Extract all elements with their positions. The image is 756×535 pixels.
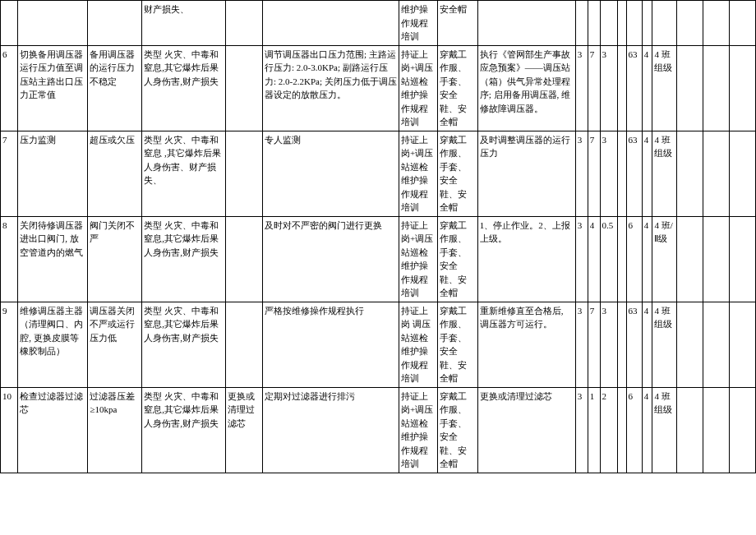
cell: 维护操作规程培训: [399, 1, 437, 46]
cell: 类型 火灾、中毒和窒息,其它爆炸后果 人身伤害,财产损失: [142, 302, 226, 387]
cell: 3: [600, 302, 617, 387]
cell: 4: [642, 45, 652, 131]
cell: 0.5: [600, 216, 617, 302]
cell: 3: [575, 216, 588, 302]
cell: 定期对过滤器进行排污: [263, 387, 399, 473]
cell: 4: [642, 387, 652, 473]
cell: 调压器关闭不严或运行压力低: [88, 302, 142, 387]
cell: 7: [588, 45, 600, 131]
cell: [226, 302, 263, 387]
cell: 穿戴工作服、手套、安全鞋、安全帽: [437, 45, 477, 131]
cell: [588, 1, 600, 46]
cell: [703, 131, 730, 216]
cell: [642, 1, 652, 46]
cell: [703, 302, 730, 387]
cell: 及时对不严密的阀门进行更换: [263, 216, 399, 302]
cell: 持证上岗+调压站巡检维护操作规程培训: [399, 45, 437, 131]
cell: 及时调整调压器的运行压力: [477, 131, 575, 216]
cell: [677, 1, 703, 46]
cell: 类型 火灾、中毒和窒息 ,其它爆炸后果 人身伤害、财产损失、: [142, 131, 226, 216]
cell: 类型 火灾、中毒和窒息,其它爆炸后果 人身伤害,财产损失: [142, 216, 226, 302]
cell: 持证上岗+调压站巡检维护操作规程培训: [399, 216, 437, 302]
cell: 穿戴工作服、手套、安全鞋、安全帽: [437, 387, 477, 473]
cell: 类型 火灾、中毒和窒息,其它爆炸后果 人身伤害,财产损失: [142, 45, 226, 131]
cell: [617, 1, 626, 46]
cell: [703, 387, 730, 473]
table-row: 财产损失、 维护操作规程培训 安全帽: [1, 1, 756, 46]
cell: 3: [575, 131, 588, 216]
cell: 类型 火灾、中毒和窒息,其它爆炸后果 人身伤害,财产损失: [142, 387, 226, 473]
cell: [677, 131, 703, 216]
cell: [88, 1, 142, 46]
cell: [477, 1, 575, 46]
cell: 过滤器压差≥10kpa: [88, 387, 142, 473]
cell: [677, 45, 703, 131]
cell: 3: [575, 302, 588, 387]
cell: 安全帽: [437, 1, 477, 46]
cell: 调节调压器出口压力范围; 主路运行压力: 2.0-3.0KPa; 副路运行压力:…: [263, 45, 399, 131]
cell: 财产损失、: [142, 1, 226, 46]
cell: 专人监测: [263, 131, 399, 216]
cell: 4: [588, 216, 600, 302]
cell: 2: [600, 387, 617, 473]
cell: [677, 387, 703, 473]
cell: [617, 387, 626, 473]
cell: [617, 216, 626, 302]
table-row: 10 检查过滤器过滤芯 过滤器压差≥10kpa 类型 火灾、中毒和窒息,其它爆炸…: [1, 387, 756, 473]
cell: 重新维修直至合格后, 调压器方可运行。: [477, 302, 575, 387]
cell: 切换备用调压器运行压力值至调压站主路出口压力正常值: [18, 45, 88, 131]
cell: 压力监测: [18, 131, 88, 216]
cell: 严格按维修操作规程执行: [263, 302, 399, 387]
cell: [703, 1, 730, 46]
cell: 3: [600, 45, 617, 131]
cell: [677, 216, 703, 302]
cell: [729, 302, 755, 387]
cell: 关闭待修调压器进出口阀门, 放空管道内的燃气: [18, 216, 88, 302]
cell: 63: [626, 131, 642, 216]
cell: [226, 1, 263, 46]
cell: [617, 302, 626, 387]
cell: 6: [626, 387, 642, 473]
document-page: 财产损失、 维护操作规程培训 安全帽 6 切换备用调压器运行压力值至调压站主路出…: [0, 0, 756, 535]
cell: 更换或清理过滤芯: [477, 387, 575, 473]
cell: 1、停止作业。2、上报上级。: [477, 216, 575, 302]
cell: 63: [626, 302, 642, 387]
cell: 阀门关闭不严: [88, 216, 142, 302]
cell: 超压或欠压: [88, 131, 142, 216]
cell: [729, 387, 755, 473]
cell: [652, 1, 677, 46]
cell: 7: [588, 131, 600, 216]
cell: 4: [642, 131, 652, 216]
cell: 备用调压器的运行压力不稳定: [88, 45, 142, 131]
cell: 4 班组级: [652, 131, 677, 216]
table-row: 7 压力监测 超压或欠压 类型 火灾、中毒和窒息 ,其它爆炸后果 人身伤害、财产…: [1, 131, 756, 216]
cell: 持证上岗 调压站巡检维护操作规程培训: [399, 302, 437, 387]
cell: [226, 131, 263, 216]
cell: 3: [575, 45, 588, 131]
cell: 检查过滤器过滤芯: [18, 387, 88, 473]
cell: [263, 1, 399, 46]
table-row: 6 切换备用调压器运行压力值至调压站主路出口压力正常值 备用调压器的运行压力不稳…: [1, 45, 756, 131]
table-row: 9 维修调压器主器（清理阀口、内腔, 更换皮膜等橡胶制品） 调压器关闭不严或运行…: [1, 302, 756, 387]
cell: 4 班组级: [652, 302, 677, 387]
cell: [18, 1, 88, 46]
cell: 更换或清理过滤芯: [226, 387, 263, 473]
cell: [729, 45, 755, 131]
cell: 4 班/Ⅱ级: [652, 216, 677, 302]
cell: 4 班组级: [652, 387, 677, 473]
table-row: 8 关闭待修调压器进出口阀门, 放空管道内的燃气 阀门关闭不严 类型 火灾、中毒…: [1, 216, 756, 302]
risk-table: 财产损失、 维护操作规程培训 安全帽 6 切换备用调压器运行压力值至调压站主路出…: [0, 0, 756, 473]
cell: 6: [626, 216, 642, 302]
cell: [575, 1, 588, 46]
cell: 4 班组级: [652, 45, 677, 131]
cell: 执行《管网部生产事故应急预案》——调压站（箱）供气异常处理程序; 启用备用调压器…: [477, 45, 575, 131]
cell: [729, 131, 755, 216]
cell: [600, 1, 617, 46]
cell: [226, 216, 263, 302]
cell: 1: [588, 387, 600, 473]
cell: 10: [1, 387, 18, 473]
cell: [1, 1, 18, 46]
cell: 6: [1, 45, 18, 131]
cell: 维修调压器主器（清理阀口、内腔, 更换皮膜等橡胶制品）: [18, 302, 88, 387]
cell: 63: [626, 45, 642, 131]
